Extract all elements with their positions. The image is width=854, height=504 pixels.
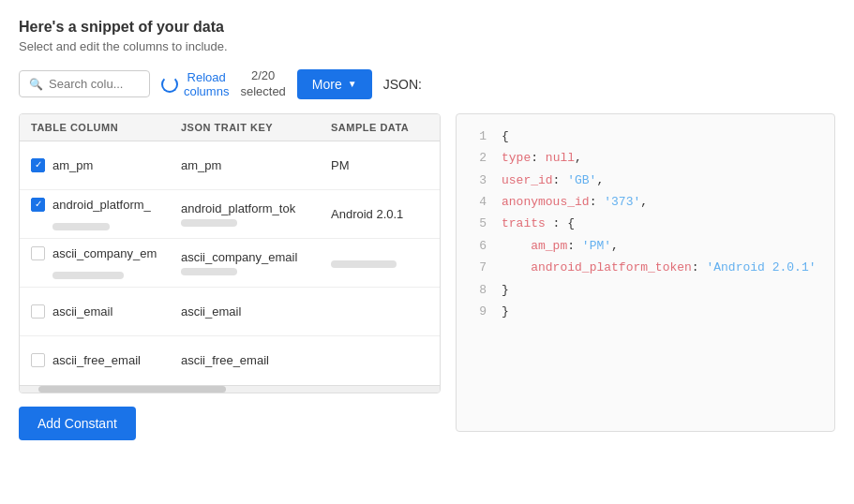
- reload-button[interactable]: Reload columns: [161, 70, 229, 98]
- search-icon: 🔍: [29, 78, 43, 91]
- row-sample-0: PM: [331, 158, 428, 172]
- code-content: }: [502, 279, 509, 301]
- skeleton-bar: [52, 223, 110, 230]
- row-checkbox-0[interactable]: [31, 158, 45, 172]
- row-checkbox-4[interactable]: [31, 353, 45, 367]
- row-name-2: ascii_company_em: [52, 246, 157, 260]
- code-line-7: 7 android_platform_token: 'Android 2.0.1…: [472, 257, 819, 278]
- row-json-key-3: ascii_email: [181, 304, 331, 319]
- col-header-json: JSON TRAIT KEY: [181, 122, 331, 133]
- chevron-down-icon: ▼: [348, 79, 357, 89]
- scrollbar-thumb: [38, 386, 226, 393]
- row-json-key-1: android_platform_tok: [181, 201, 331, 227]
- code-content: user_id: 'GB',: [502, 170, 604, 191]
- data-table: TABLE COLUMN JSON TRAIT KEY SAMPLE DATA …: [19, 113, 441, 393]
- selected-count: 2/20 selected: [240, 68, 285, 100]
- more-label: More: [312, 77, 342, 92]
- row-json-key-0: am_pm: [181, 158, 331, 172]
- page-title: Here's a snippet of your data: [19, 19, 835, 36]
- reload-icon: [161, 76, 178, 93]
- code-content: type: null,: [502, 147, 582, 169]
- table-row: ascii_emailascii_email: [20, 288, 440, 336]
- code-line-8: 8 }: [472, 279, 819, 301]
- row-json-key-4: ascii_free_email: [181, 353, 331, 367]
- row-name-4: ascii_free_email: [52, 353, 141, 367]
- json-panel: 1{2type: null,3user_id: 'GB',4anonymous_…: [456, 113, 835, 432]
- row-name-1: android_platform_: [52, 198, 151, 212]
- skeleton-bar-sample: [331, 260, 397, 268]
- search-box[interactable]: 🔍: [19, 70, 150, 97]
- left-panel: TABLE COLUMN JSON TRAIT KEY SAMPLE DATA …: [19, 113, 441, 440]
- code-content: traits : {: [502, 213, 575, 234]
- skeleton-bar: [52, 272, 124, 279]
- table-body: am_pmam_pmPMandroid_platform_android_pla…: [20, 141, 440, 385]
- table-row: ascii_company_emascii_company_email: [20, 239, 440, 288]
- line-number: 1: [472, 126, 487, 147]
- code-line-3: 3user_id: 'GB',: [472, 170, 819, 191]
- col-header-sample: SAMPLE DATA: [331, 122, 428, 133]
- line-number: 9: [472, 301, 487, 322]
- line-number: 5: [472, 213, 487, 234]
- json-label: JSON:: [383, 77, 422, 92]
- line-number: 6: [472, 235, 487, 257]
- code-content: {: [502, 126, 509, 147]
- more-button[interactable]: More ▼: [297, 69, 372, 99]
- code-content: android_platform_token: 'Android 2.0.1': [502, 257, 817, 278]
- code-content: anonymous_id: '373',: [502, 191, 648, 213]
- line-number: 2: [472, 147, 487, 169]
- code-line-4: 4anonymous_id: '373',: [472, 191, 819, 213]
- code-line-6: 6 am_pm: 'PM',: [472, 235, 819, 257]
- line-number: 8: [472, 279, 487, 301]
- code-line-5: 5traits : {: [472, 213, 819, 234]
- table-header: TABLE COLUMN JSON TRAIT KEY SAMPLE DATA: [20, 114, 440, 141]
- col-header-name: TABLE COLUMN: [31, 122, 181, 133]
- row-name-0: am_pm: [52, 158, 93, 172]
- table-row: ascii_free_emailascii_free_email: [20, 336, 440, 385]
- page-subtitle: Select and edit the columns to include.: [19, 39, 835, 53]
- code-content: am_pm: 'PM',: [502, 235, 619, 257]
- row-sample-1: Android 2.0.1: [331, 207, 428, 221]
- skeleton-bar-json: [181, 268, 237, 275]
- code-line-9: 9}: [472, 301, 819, 322]
- add-constant-button[interactable]: Add Constant: [19, 407, 136, 440]
- toolbar: 🔍 Reload columns 2/20 selected More ▼ JS…: [19, 68, 835, 100]
- row-json-key-2: ascii_company_email: [181, 250, 331, 275]
- search-input[interactable]: [49, 77, 140, 91]
- table-row: am_pmam_pmPM: [20, 141, 440, 190]
- reload-label: Reload columns: [184, 70, 229, 98]
- row-name-3: ascii_email: [52, 304, 112, 319]
- horizontal-scrollbar[interactable]: [20, 385, 440, 393]
- code-line-1: 1{: [472, 126, 819, 147]
- row-checkbox-2[interactable]: [31, 246, 45, 260]
- main-content: TABLE COLUMN JSON TRAIT KEY SAMPLE DATA …: [19, 113, 835, 440]
- code-line-2: 2type: null,: [472, 147, 819, 169]
- line-number: 3: [472, 170, 487, 191]
- code-content: }: [502, 301, 509, 322]
- skeleton-bar-json: [181, 219, 237, 227]
- row-checkbox-1[interactable]: [31, 198, 45, 212]
- line-number: 7: [472, 257, 487, 278]
- json-panel-wrapper: 1{2type: null,3user_id: 'GB',4anonymous_…: [456, 113, 835, 440]
- line-number: 4: [472, 191, 487, 213]
- table-row: android_platform_android_platform_tokAnd…: [20, 190, 440, 239]
- row-checkbox-3[interactable]: [31, 304, 45, 319]
- row-sample-2: [331, 257, 428, 268]
